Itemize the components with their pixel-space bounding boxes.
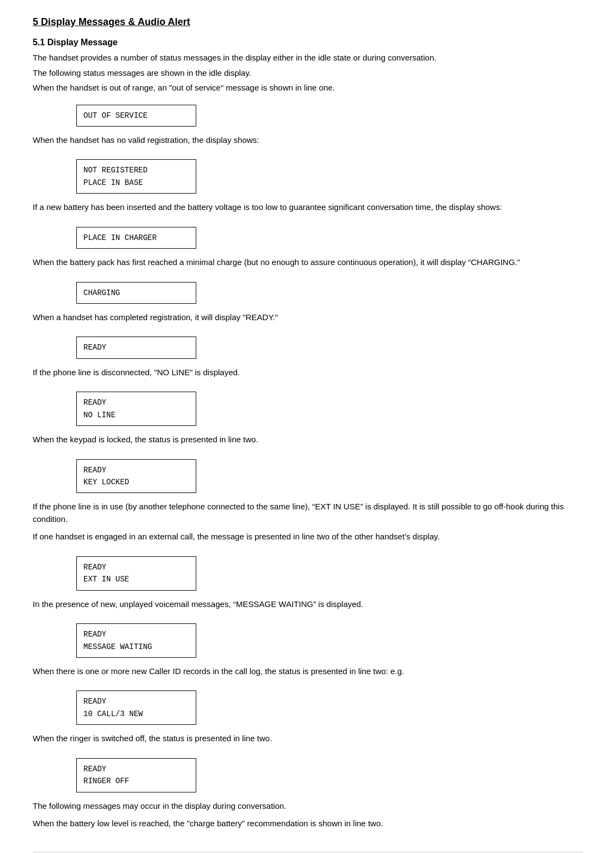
display-place-in-charger: PLACE IN CHARGER — [76, 227, 196, 249]
new-battery-text: If a new battery has been inserted and t… — [33, 201, 583, 214]
registration-complete-text: When a handset has completed registratio… — [33, 311, 583, 324]
ext-in-use-text-1: If the phone line is in use (by another … — [33, 501, 583, 525]
display-charging: CHARGING — [76, 282, 196, 304]
no-registration-text: When the handset has no valid registrati… — [33, 134, 583, 147]
intro-paragraph-2: The following status messages are shown … — [33, 67, 583, 80]
intro-paragraph-1: The handset provides a number of status … — [33, 52, 583, 64]
caller-id-text: When there is one or more new Caller ID … — [33, 665, 583, 678]
display-ready-ext-in-use: READY EXT IN USE — [76, 556, 196, 591]
ext-in-use-text-2: If one handset is engaged in an external… — [33, 531, 583, 543]
ringer-off-text: When the ringer is switched off, the sta… — [33, 732, 583, 745]
display-ready: READY — [76, 337, 196, 358]
display-ready-message-waiting: READY MESSAGE WAITING — [76, 623, 196, 658]
intro-paragraph-3: When the handset is out of range, an "ou… — [33, 82, 583, 94]
display-not-registered: NOT REGISTERED PLACE IN BASE — [76, 159, 196, 194]
display-ready-key-locked: READY KEY LOCKED — [76, 459, 196, 494]
subsection-title: 5.1 Display Message — [33, 38, 583, 47]
display-ready-ringer-off: READY RINGER OFF — [76, 758, 196, 792]
keypad-locked-text: When the keypad is locked, the status is… — [33, 434, 583, 446]
conversation-text-2: When the battery low level is reached, t… — [33, 818, 583, 830]
display-ready-no-line: READY NO LINE — [76, 392, 196, 426]
voicemail-text: In the presence of new, unplayed voicema… — [33, 598, 583, 611]
section-title: 5 Display Messages & Audio Alert — [33, 16, 583, 28]
display-out-of-service: OUT OF SERVICE — [76, 105, 196, 127]
minimal-charge-text: When the battery pack has first reached … — [33, 256, 583, 269]
display-ready-call-log: READY 10 CALL/3 NEW — [76, 690, 196, 725]
conversation-text-1: The following messages may occur in the … — [33, 800, 583, 813]
disconnected-text: If the phone line is disconnected, "NO L… — [33, 367, 583, 379]
